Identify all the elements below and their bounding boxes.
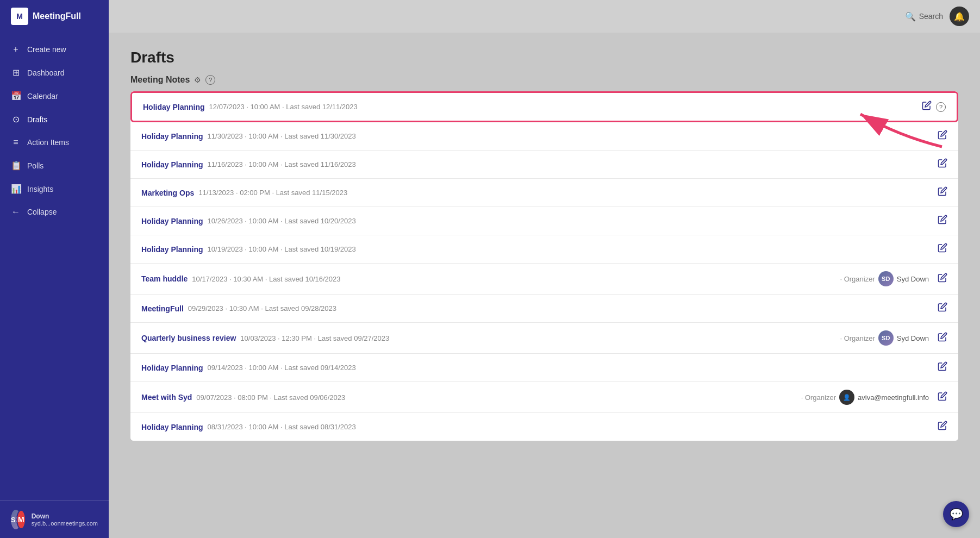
notification-button[interactable]: 🔔 bbox=[950, 7, 969, 26]
meeting-row[interactable]: Holiday Planning10/26/2023 · 10:00 AM · … bbox=[130, 207, 958, 235]
meeting-name: Holiday Planning bbox=[143, 103, 205, 111]
edit-icon[interactable] bbox=[938, 130, 947, 142]
help-icon[interactable]: ? bbox=[205, 75, 215, 85]
meeting-organizer: · OrganizerSDSyd Down bbox=[840, 271, 929, 286]
edit-icon[interactable] bbox=[938, 302, 947, 315]
meeting-row[interactable]: Holiday Planning11/30/2023 · 10:00 AM · … bbox=[130, 122, 958, 151]
organizer-label: · Organizer bbox=[840, 334, 875, 342]
meeting-meta: 09/29/2023 · 10:30 AM · Last saved 09/28… bbox=[188, 304, 929, 312]
edit-icon[interactable] bbox=[938, 215, 947, 227]
action-items-label: Action Items bbox=[27, 138, 69, 147]
drafts-icon: ⊙ bbox=[11, 114, 21, 124]
meeting-name: Holiday Planning bbox=[141, 132, 203, 141]
meeting-name: MeetingFull bbox=[141, 304, 184, 313]
meeting-meta: 10/19/2023 · 10:00 AM · Last saved 10/19… bbox=[208, 245, 929, 253]
meeting-row[interactable]: MeetingFull09/29/2023 · 10:30 AM · Last … bbox=[130, 295, 958, 323]
calendar-label: Calendar bbox=[27, 92, 58, 101]
sidebar-item-polls[interactable]: 📋 Polls bbox=[0, 154, 109, 177]
edit-icon[interactable] bbox=[938, 421, 947, 433]
meeting-row[interactable]: Marketing Ops11/13/2023 · 02:00 PM · Las… bbox=[130, 179, 958, 207]
logo-icon: M bbox=[11, 8, 28, 25]
edit-icon[interactable] bbox=[938, 158, 947, 171]
meeting-meta: 10/17/2023 · 10:30 AM · Last saved 10/16… bbox=[192, 275, 835, 283]
meeting-meta: 09/14/2023 · 10:00 AM · Last saved 09/14… bbox=[208, 364, 929, 372]
insights-label: Insights bbox=[27, 185, 53, 193]
organizer-avatar: 👤 bbox=[839, 390, 854, 405]
create-new-label: Create new bbox=[27, 45, 66, 54]
sidebar-item-collapse[interactable]: ← Collapse bbox=[0, 201, 109, 223]
row-help-icon[interactable]: ? bbox=[936, 102, 946, 112]
section-header: Meeting Notes ⚙ ? bbox=[130, 75, 958, 85]
polls-icon: 📋 bbox=[11, 160, 21, 171]
chat-button[interactable]: 💬 bbox=[943, 501, 969, 527]
organizer-name: Syd Down bbox=[897, 334, 929, 342]
insights-icon: 📊 bbox=[11, 184, 21, 194]
meeting-row[interactable]: Quarterly business review10/03/2023 · 12… bbox=[130, 323, 958, 354]
meeting-row[interactable]: Holiday Planning11/16/2023 · 10:00 AM · … bbox=[130, 151, 958, 179]
edit-icon[interactable] bbox=[938, 391, 947, 404]
search-label: Search bbox=[919, 12, 943, 21]
organizer-name: Syd Down bbox=[897, 275, 929, 283]
meeting-name: Meet with Syd bbox=[141, 393, 192, 402]
main-area: 🔍 Search 🔔 Drafts Meeting Notes ⚙ ? Holi… bbox=[109, 0, 980, 538]
sidebar-item-insights[interactable]: 📊 Insights bbox=[0, 177, 109, 201]
meeting-name: Holiday Planning bbox=[141, 160, 203, 169]
user-email: syd.b...oonmeetings.com bbox=[32, 520, 98, 527]
sidebar-item-create-new[interactable]: + Create new bbox=[0, 38, 109, 61]
meeting-row[interactable]: Holiday Planning08/31/2023 · 10:00 AM · … bbox=[130, 413, 958, 441]
organizer-label: · Organizer bbox=[801, 393, 836, 402]
meetingfull-badge: M bbox=[16, 510, 26, 529]
organizer-name: aviva@meetingfull.info bbox=[858, 393, 929, 402]
notification-icon: 🔔 bbox=[954, 11, 965, 22]
action-items-icon: ≡ bbox=[11, 137, 21, 147]
sidebar-item-dashboard[interactable]: ⊞ Dashboard bbox=[0, 61, 109, 84]
meeting-row[interactable]: Meet with Syd09/07/2023 · 08:00 PM · Las… bbox=[130, 382, 958, 413]
meeting-meta: 12/07/2023 · 10:00 AM · Last saved 12/11… bbox=[209, 103, 913, 111]
edit-icon[interactable] bbox=[938, 273, 947, 285]
edit-icon[interactable] bbox=[922, 101, 932, 113]
polls-label: Polls bbox=[27, 161, 43, 170]
organizer-label: · Organizer bbox=[840, 275, 875, 283]
meeting-organizer: · Organizer👤aviva@meetingfull.info bbox=[801, 390, 929, 405]
calendar-icon: 📅 bbox=[11, 91, 21, 101]
sidebar-nav: + Create new ⊞ Dashboard 📅 Calendar ⊙ Dr… bbox=[0, 33, 109, 501]
sidebar-bottom: SD M Down syd.b...oonmeetings.com bbox=[0, 501, 109, 538]
collapse-label: Collapse bbox=[27, 208, 57, 216]
meeting-name: Quarterly business review bbox=[141, 334, 236, 342]
meeting-row[interactable]: Holiday Planning09/14/2023 · 10:00 AM · … bbox=[130, 354, 958, 382]
meeting-name: Holiday Planning bbox=[141, 364, 203, 372]
sidebar-item-drafts[interactable]: ⊙ Drafts bbox=[0, 108, 109, 131]
meeting-list: Holiday Planning12/07/2023 · 10:00 AM · … bbox=[130, 91, 958, 441]
meeting-row[interactable]: Team huddle10/17/2023 · 10:30 AM · Last … bbox=[130, 264, 958, 295]
search-bar[interactable]: 🔍 Search bbox=[905, 11, 943, 22]
meeting-row[interactable]: Holiday Planning10/19/2023 · 10:00 AM · … bbox=[130, 235, 958, 264]
dashboard-label: Dashboard bbox=[27, 68, 65, 77]
topbar: 🔍 Search 🔔 bbox=[109, 0, 980, 33]
meeting-meta: 11/13/2023 · 02:00 PM · Last saved 11/15… bbox=[198, 189, 929, 197]
search-icon: 🔍 bbox=[905, 11, 916, 22]
section-title: Meeting Notes bbox=[130, 75, 190, 85]
meeting-meta: 11/16/2023 · 10:00 AM · Last saved 11/16… bbox=[208, 160, 929, 168]
filter-icon[interactable]: ⚙ bbox=[194, 76, 201, 84]
meeting-organizer: · OrganizerSDSyd Down bbox=[840, 330, 929, 346]
user-info: Down syd.b...oonmeetings.com bbox=[32, 512, 98, 527]
logo-text: MeetingFull bbox=[33, 11, 81, 21]
sidebar-item-calendar[interactable]: 📅 Calendar bbox=[0, 84, 109, 108]
sidebar-item-action-items[interactable]: ≡ Action Items bbox=[0, 131, 109, 154]
meeting-name: Holiday Planning bbox=[141, 423, 203, 431]
meeting-meta: 10/03/2023 · 12:30 PM · Last saved 09/27… bbox=[240, 334, 835, 342]
sidebar-logo: M MeetingFull bbox=[0, 0, 109, 33]
meeting-meta: 08/31/2023 · 10:00 AM · Last saved 08/31… bbox=[208, 423, 929, 431]
meeting-name: Team huddle bbox=[141, 274, 188, 283]
edit-icon[interactable] bbox=[938, 332, 947, 345]
collapse-icon: ← bbox=[11, 207, 21, 217]
edit-icon[interactable] bbox=[938, 186, 947, 199]
meeting-meta: 10/26/2023 · 10:00 AM · Last saved 10/20… bbox=[208, 217, 929, 225]
meeting-meta: 11/30/2023 · 10:00 AM · Last saved 11/30… bbox=[208, 132, 929, 140]
meeting-row[interactable]: Holiday Planning12/07/2023 · 10:00 AM · … bbox=[130, 91, 958, 122]
edit-icon[interactable] bbox=[938, 361, 947, 374]
chat-icon: 💬 bbox=[950, 508, 963, 521]
plus-icon: + bbox=[11, 45, 21, 54]
edit-icon[interactable] bbox=[938, 243, 947, 255]
dashboard-icon: ⊞ bbox=[11, 67, 21, 78]
